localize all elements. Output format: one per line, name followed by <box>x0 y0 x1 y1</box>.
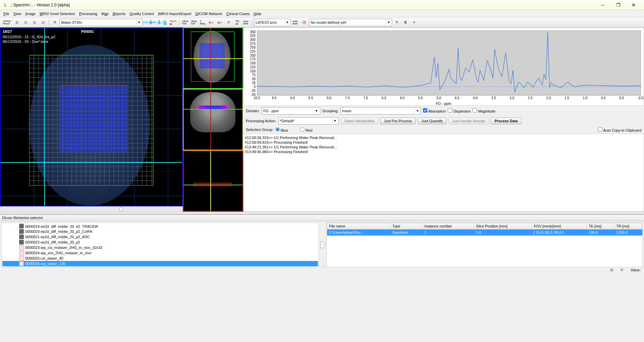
series-icon <box>19 229 24 234</box>
model-combo-value: No model defined yet! <box>311 20 346 24</box>
voi-grid <box>59 85 128 152</box>
menu-qc[interactable]: Quality Control <box>127 11 156 16</box>
table-header[interactable]: FOV [mm]x[mm] <box>532 223 586 229</box>
tool-offset-fd[interactable]: OffsetFD▾ <box>181 18 189 26</box>
handle-results-button: Just Handle Results <box>448 118 489 124</box>
tool-water3[interactable]: 💧 <box>161 18 169 26</box>
water-filter-combo[interactable]: Water-3T.tfm ▾ <box>59 19 143 26</box>
dropdown-arrow-icon: ▾ <box>386 20 391 24</box>
autocopy-check[interactable]: Auto Copy to Clipboard <box>598 127 641 132</box>
magnitude-check[interactable]: Magnitude <box>473 108 495 113</box>
x-tick: 8.5 <box>309 96 313 100</box>
latest-combo[interactable]: LATEST.snm ▾ <box>254 19 291 26</box>
tool-flip[interactable]: flip⇄ <box>233 18 241 26</box>
series-icon <box>19 261 24 266</box>
x-tick: 4.0 <box>473 96 478 100</box>
slice-slider[interactable] <box>0 206 183 212</box>
axial-mini-view[interactable] <box>183 27 243 89</box>
tool-pseurf[interactable]: TDFDNPseurf <box>1 18 12 26</box>
main-viewer[interactable]: 18/27 P00001 05/12/2018 - 15 - t1_fl2d_t… <box>0 27 183 206</box>
blue-radio[interactable]: Blue <box>275 127 288 132</box>
cross-y <box>210 151 211 211</box>
absorption-check[interactable]: Absorption <box>423 108 446 113</box>
tool-edit[interactable]: ✎ <box>393 18 401 26</box>
table-header[interactable]: TE [ms] <box>587 223 614 229</box>
x-tick: 3.0 <box>509 96 514 100</box>
domain-value: FD - ppm <box>263 109 279 113</box>
slider-thumb[interactable] <box>119 207 123 211</box>
log-area[interactable]: #12:00:26.315>> 1/1 Performing Water Pea… <box>243 134 644 212</box>
red-radio[interactable]: Red <box>300 127 312 132</box>
menu-help[interactable]: Help <box>252 11 263 16</box>
tree-item[interactable]: 0000023-eja_csi_mslaser_2HG_in_vivo_32x3… <box>2 245 318 250</box>
x-axis-label: FD - ppm <box>436 101 451 106</box>
menu-mrsi[interactable]: MRSI Voxel Selection <box>38 11 77 16</box>
table-header[interactable]: File name <box>327 223 390 229</box>
y-tick: 25 <box>252 81 256 85</box>
table-header[interactable]: Type <box>390 223 422 229</box>
x-tick: 8.0 <box>327 96 331 100</box>
tool-water2[interactable]: HLSVD💧▾ <box>152 18 160 26</box>
horizontal-splitter[interactable] <box>0 212 644 214</box>
tree-item[interactable]: 0000025-csi_slaser_40 <box>2 256 318 261</box>
file-table[interactable]: File nameTypeInstance numberSlice Positi… <box>326 222 643 267</box>
tree-item[interactable]: 0000022-ep2d_diff_mddw_20_p2 <box>2 240 318 245</box>
x-tick: 4.5 <box>455 96 460 100</box>
menu-image[interactable]: Image <box>23 11 38 16</box>
minimize-button[interactable]: ─ <box>595 0 610 10</box>
table-header[interactable]: Slice Position [mm] <box>474 223 532 229</box>
menu-view[interactable]: View <box>11 11 23 16</box>
menu-clinical[interactable]: Clinical Cases <box>224 11 252 16</box>
menu-jmrui[interactable]: jMRUI Import/Export <box>156 11 194 16</box>
menu-map[interactable]: Map <box>99 11 110 16</box>
menu-file[interactable]: File <box>1 11 11 16</box>
grouping-combo[interactable]: mean▾ <box>340 107 421 115</box>
tool-phi1[interactable]: φ₁↕ <box>216 18 224 26</box>
pre-process-button[interactable]: Just Pre-Process <box>380 118 416 124</box>
tool-list[interactable]: ≡ <box>410 18 418 26</box>
sagittal-mini-view[interactable] <box>183 150 243 212</box>
collapse-handle[interactable] <box>320 242 325 248</box>
tool-apod[interactable]: Apod.▶ <box>169 18 177 26</box>
tree-item[interactable]: 0000019-ep2d_diff_mddw_20_p2_TRACEW <box>2 223 318 229</box>
dispersion-check[interactable]: Dispersion <box>448 108 471 113</box>
menu-processing[interactable]: Processing <box>77 11 99 16</box>
domain-combo[interactable]: FD - ppm▾ <box>262 107 320 115</box>
spectrum-chart[interactable]: -50-250255075100125150175200225250275300… <box>243 27 644 106</box>
tree-item[interactable]: 0000020-ep2d_diff_mddw_20_p2_ColFA <box>2 229 318 234</box>
tree-item[interactable]: 0000026-csi_slaser_135 <box>2 261 318 266</box>
model-combo[interactable]: No model defined yet! ▾ <box>309 19 392 26</box>
tool-phi0[interactable]: φ₀↕ <box>207 18 215 26</box>
tree-item[interactable]: 0000024-eja_svs_2HG_mslaser_in_vivo <box>2 250 318 256</box>
tool-doc[interactable]: 🗎 <box>401 18 410 26</box>
series-line1: 05/12/2018 - 15 - t1_fl2d_tra_p2 <box>3 35 55 39</box>
table-row[interactable]: C:\Users\johan\Doc...Spectrum11.0[ 15.0,… <box>327 229 642 236</box>
tool-qi[interactable]: QI <box>300 18 308 26</box>
series-tree[interactable]: 0000019-ep2d_diff_mddw_20_p2_TRACEW00000… <box>1 222 319 267</box>
tool-baseline[interactable]: base-line▾ <box>242 18 250 26</box>
close-button[interactable]: ✕ <box>626 0 641 10</box>
process-data-button[interactable]: Process Data <box>491 118 522 124</box>
tool-auto-phi[interactable]: ⟳ <box>225 18 233 26</box>
tool-baseline2[interactable]: base-line▾ <box>291 18 300 26</box>
tool-zerofill[interactable]: 0filling <box>199 18 207 26</box>
proc-action-value: *Default* <box>280 119 294 123</box>
toolbar: TDFDNPseurf ▦ ▦ ▦ ▦ ⟲ Water-3T.tfm ▾ TDF… <box>0 17 644 27</box>
menu-dicom[interactable]: DICOM Network <box>194 11 224 16</box>
tree-label: 0000022-ep2d_diff_mddw_20_p2 <box>25 240 80 244</box>
y-tick: 175 <box>250 57 256 61</box>
grouping-value: mean <box>342 109 352 113</box>
sel-group-label: Selection Group: <box>246 128 273 132</box>
maximize-button[interactable]: ❐ <box>610 0 626 10</box>
table-header[interactable]: Instance number <box>422 223 474 229</box>
series-icon <box>19 251 24 255</box>
quantify-button[interactable]: Just Quantify <box>418 118 446 124</box>
tree-item[interactable]: 0000021-ep2d_diff_mddw_20_p2_ADC <box>2 234 318 240</box>
tree-label: 0000019-ep2d_diff_mddw_20_p2_TRACEW <box>25 224 98 228</box>
table-header[interactable]: TR [ms] <box>614 223 642 229</box>
menu-reports[interactable]: Reports <box>111 11 128 16</box>
proc-action-combo[interactable]: *Default*▾ <box>278 117 339 125</box>
tool-offset-td[interactable]: OffsetTD▾ <box>190 18 198 26</box>
coronal-mini-view[interactable] <box>183 89 243 150</box>
tool-link-icon[interactable]: ⟲ <box>51 18 59 26</box>
